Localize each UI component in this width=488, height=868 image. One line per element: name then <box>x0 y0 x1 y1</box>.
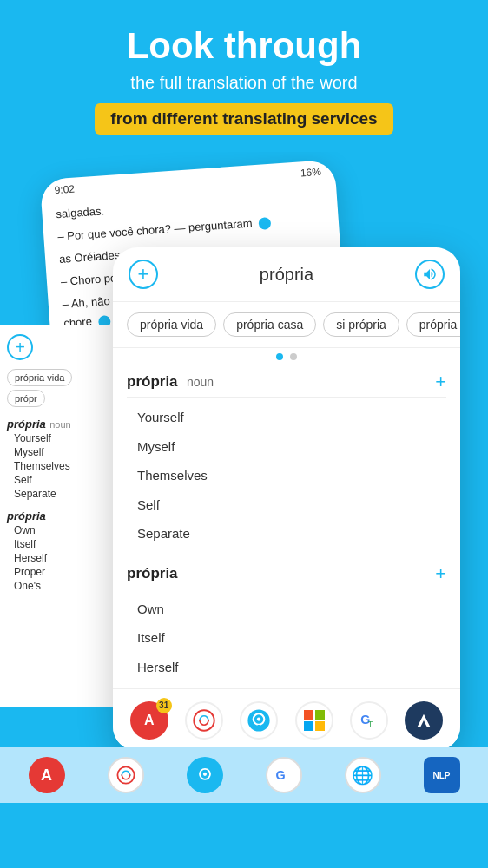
svg-rect-6 <box>315 710 325 720</box>
google-translate-icon[interactable]: G T <box>350 701 388 740</box>
fg-section-1-plus[interactable]: + <box>435 371 446 393</box>
left-item-separate: Separate <box>7 487 114 501</box>
bg-google-icon[interactable]: G <box>266 757 302 793</box>
fg-trans-separate: Separate <box>127 519 446 549</box>
left-panel-add-btn[interactable]: + <box>7 334 33 360</box>
fg-topbar: + própria <box>113 247 460 302</box>
left-item-ones: One's <box>7 579 114 593</box>
svg-rect-4 <box>258 725 260 730</box>
phone-area: 9:02 16% salgadas. – Por que você chora?… <box>0 152 488 803</box>
left-item-self: Self <box>7 473 114 487</box>
left-item-myself: Myself <box>7 445 114 459</box>
fg-trans-herself: Herself <box>127 653 446 682</box>
microsoft-icon[interactable] <box>295 701 333 740</box>
fg-tag-2[interactable]: própria casa <box>223 312 316 337</box>
fg-section-1-divider <box>127 397 446 398</box>
left-panel-tags: própria vida própr <box>7 369 114 407</box>
header-subtitle: the full translation of the word <box>17 73 471 93</box>
bg-google-svg: G <box>274 765 294 786</box>
bg-battery: 16% <box>300 166 321 180</box>
svg-point-14 <box>202 773 206 776</box>
header-title: Look through <box>17 26 471 66</box>
header-section: Look through the full translation of the… <box>0 0 488 152</box>
svg-rect-7 <box>304 721 313 731</box>
sound-icon <box>422 266 438 282</box>
fg-section-2-title: própria <box>127 565 178 582</box>
svg-text:T: T <box>368 719 373 727</box>
fg-trans-yourself: Yourself <box>127 403 446 432</box>
fg-tags-row: própria vida própria casa si própria pró… <box>113 302 460 348</box>
fg-section-2-divider <box>127 589 446 589</box>
left-tag-2[interactable]: própr <box>7 390 45 407</box>
abbyy-label: A <box>144 713 155 728</box>
bg-time: 9:02 <box>54 183 75 197</box>
svg-point-0 <box>194 710 214 730</box>
fg-section-1: própria noun + Yourself Myself Themselve… <box>127 371 446 549</box>
reverso-icon[interactable] <box>185 701 223 740</box>
header-badge: from different translating services <box>95 103 392 135</box>
fg-trans-own: Own <box>127 595 446 624</box>
fg-sound-button[interactable] <box>415 260 445 289</box>
abbyy-badge: 31 <box>156 698 172 713</box>
bg-deepl-svg <box>195 765 215 786</box>
fg-dots-indicator <box>113 348 460 362</box>
fg-section-2-plus[interactable]: + <box>435 562 446 585</box>
dot-2-inactive <box>290 353 297 360</box>
bg-lang-icon[interactable]: 🌐 <box>345 757 381 793</box>
reverso-svg <box>193 709 215 732</box>
bg-reverso-svg <box>115 765 136 786</box>
bg-reverso-icon[interactable] <box>108 757 144 793</box>
fg-section-1-title: própria noun <box>127 373 214 391</box>
fg-tag-4[interactable]: própria c <box>406 312 460 337</box>
fg-trans-themselves: Themselves <box>127 461 446 490</box>
fg-section-1-header: própria noun + <box>127 371 446 393</box>
bg-bottom-icons: A G 🌐 NLP <box>0 747 488 803</box>
left-section-1-word: própria noun <box>7 416 114 431</box>
deepl-svg <box>247 708 271 733</box>
fg-trans-self: Self <box>127 490 446 520</box>
svg-rect-8 <box>315 721 325 731</box>
fg-bottom-bar: A 31 <box>113 688 460 751</box>
left-item-themselves: Themselves <box>7 459 114 473</box>
bg-abbyy-icon[interactable]: A <box>29 757 65 793</box>
fg-section-2-header: própria + <box>127 562 446 585</box>
left-item-herself: Herself <box>7 551 114 565</box>
left-item-own: Own <box>7 523 114 537</box>
dot-1-active <box>276 353 283 360</box>
left-section-1: própria noun Yourself Myself Themselves … <box>7 416 114 501</box>
fg-tag-3[interactable]: si própria <box>323 312 399 337</box>
fg-body: própria noun + Yourself Myself Themselve… <box>113 362 460 681</box>
abbyy-icon[interactable]: A 31 <box>130 701 168 740</box>
left-item-proper: Proper <box>7 565 114 579</box>
left-item-yourself: Yourself <box>7 431 114 445</box>
fg-word-title: própria <box>260 265 313 285</box>
smartcat-svg <box>414 711 433 730</box>
left-tag-1[interactable]: própria vida <box>7 369 72 386</box>
left-panel: + própria vida própr própria noun Yourse… <box>0 326 122 707</box>
fg-tag-1[interactable]: própria vida <box>127 312 216 337</box>
smartcat-icon[interactable] <box>405 701 443 740</box>
left-section-2: própria Own Itself Herself Proper One's <box>7 508 114 593</box>
bg-nlp-icon[interactable]: NLP <box>424 757 460 793</box>
svg-rect-5 <box>304 710 313 720</box>
foreground-phone: + própria própria vida própria casa si p… <box>113 247 460 751</box>
fg-trans-itself: Itself <box>127 623 446 653</box>
fg-trans-myself: Myself <box>127 432 446 462</box>
google-translate-svg: G T <box>358 709 380 732</box>
svg-point-12 <box>117 767 134 784</box>
fg-section-2: própria + Own Itself Herself <box>127 562 446 682</box>
microsoft-svg <box>303 709 326 732</box>
left-section-2-word: própria <box>7 508 114 523</box>
svg-point-3 <box>257 717 260 720</box>
svg-text:G: G <box>275 768 285 782</box>
svg-marker-11 <box>418 713 431 727</box>
deepl-icon[interactable] <box>240 701 278 740</box>
bg-deepl-icon[interactable] <box>187 757 223 793</box>
fg-add-button[interactable]: + <box>129 260 158 289</box>
left-item-itself: Itself <box>7 537 114 551</box>
